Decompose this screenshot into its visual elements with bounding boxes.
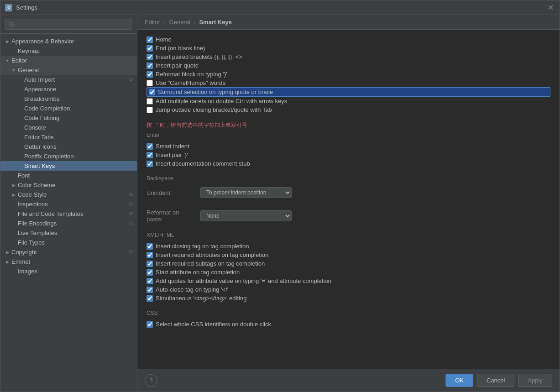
annotation-text: 按 ' " 时，给当前选中的字符加上单双引号 [147, 121, 247, 129]
sidebar-item-code-folding[interactable]: Code Folding [0, 113, 137, 123]
sidebar-item-code-style[interactable]: ▶Code Style⟳ [0, 190, 137, 199]
sidebar-item-code-completion[interactable]: Code Completion [0, 104, 137, 113]
checkbox-label-insert-pair-quote: Insert pair quote [156, 62, 199, 69]
checkbox-use-camelhumps[interactable] [147, 80, 153, 86]
checkbox-row-select-whole-css: Select whole CSS identifiers on double c… [147, 320, 550, 329]
sidebar-item-appearance-behavior[interactable]: ▶Appearance & Behavior [0, 37, 137, 46]
sidebar-item-emmet[interactable]: ▶Emmet [0, 257, 137, 267]
sidebar-label-color-scheme: Color Scheme [18, 182, 133, 188]
checkbox-insert-pair-brace[interactable] [147, 152, 153, 158]
sidebar-item-appearance[interactable]: Appearance [0, 84, 137, 94]
sidebar-item-general[interactable]: ▼General [0, 65, 137, 75]
checkbox-row-simultaneous-tag: Simultaneous '<tag></tag>' editing [147, 294, 550, 303]
checkbox-row-insert-doc-comment: Insert documentation comment stub [147, 159, 550, 168]
sidebar-item-file-encodings[interactable]: File Encodings⟳ [0, 219, 137, 228]
reformat-label: Reformat on paste: [147, 209, 197, 223]
settings-content: HomeEnd (on blank line)Insert paired bra… [137, 30, 560, 369]
css-section: CSS Select whole CSS identifiers on doub… [147, 310, 550, 329]
checkbox-insert-doc-comment[interactable] [147, 161, 153, 167]
sidebar-item-file-code-templates[interactable]: File and Code Templates⟳ [0, 209, 137, 219]
checkbox-insert-closing-tag[interactable] [147, 243, 153, 250]
sidebar-item-copyright[interactable]: ▶Copyright⟳ [0, 247, 137, 257]
apply-button[interactable]: Apply [518, 374, 552, 387]
sidebar-item-editor-tabs[interactable]: Editor Tabs [0, 132, 137, 142]
checkbox-row-start-attribute: Start attribute on tag completion [147, 268, 550, 277]
checkbox-row-insert-paired-brackets: Insert paired brackets (), [], {}, <> [147, 52, 550, 61]
expand-icon-appearance-behavior: ▶ [4, 38, 10, 45]
sidebar-item-color-scheme[interactable]: ▶Color Scheme [0, 180, 137, 190]
breadcrumb-sep1: › [164, 19, 166, 26]
sidebar-item-file-types[interactable]: File Types [0, 238, 137, 247]
checkbox-insert-paired-brackets[interactable] [147, 54, 153, 60]
sidebar-label-appearance: Appearance [24, 86, 133, 93]
checkbox-smart-indent[interactable] [147, 143, 153, 150]
checkbox-add-quotes-attr[interactable] [147, 278, 153, 284]
checkbox-start-attribute[interactable] [147, 269, 153, 276]
search-input[interactable] [5, 19, 132, 30]
checkbox-end-blank[interactable] [147, 45, 153, 52]
sidebar-tree: ▶Appearance & BehaviorKeymap▼Editor▼Gene… [0, 34, 137, 392]
main-content: ▶Appearance & BehaviorKeymap▼Editor▼Gene… [0, 15, 560, 392]
sidebar-item-gutter-icons[interactable]: Gutter Icons [0, 142, 137, 152]
settings-window: ⚙ Settings ✕ ▶Appearance & BehaviorKeyma… [0, 0, 560, 392]
sidebar-label-copyright: Copyright [11, 249, 129, 256]
sidebar-label-general: General [18, 67, 133, 73]
checkbox-label-insert-closing-tag: Insert closing tag on tag completion [156, 243, 249, 250]
checkbox-label-add-quotes-attr: Add quotes for attribute value on typing… [156, 277, 331, 284]
sidebar-label-auto-import: Auto Import [24, 76, 129, 83]
checkbox-label-insert-required-attrs: Insert required attributes on tag comple… [156, 251, 268, 258]
sidebar-label-postfix-completion: Postfix Completion [24, 153, 133, 160]
checkbox-add-multiple-carets[interactable] [147, 98, 153, 105]
checkbox-insert-pair-quote[interactable] [147, 63, 153, 69]
breadcrumb-sep2: › [194, 19, 195, 26]
unindent-row: Unindent: To proper indent positionSimpl… [147, 185, 550, 200]
sidebar-label-appearance-behavior: Appearance & Behavior [11, 38, 133, 45]
checkbox-row-add-multiple-carets: Add multiple carets on double Ctrl with … [147, 97, 550, 105]
annotation-area: 按 ' " 时，给当前选中的字符加上单双引号 [147, 121, 550, 129]
checkbox-reformat-block[interactable] [147, 71, 153, 78]
expand-icon-emmet: ▶ [4, 259, 10, 265]
expand-icon-code-style: ▶ [10, 192, 17, 198]
help-button[interactable]: ? [145, 374, 157, 387]
sidebar-item-postfix-completion[interactable]: Postfix Completion [0, 152, 137, 161]
sidebar-item-auto-import[interactable]: Auto Import⟳ [0, 75, 137, 84]
checkbox-label-use-camelhumps: Use "CamelHumps" words [156, 79, 225, 86]
checkbox-label-select-whole-css: Select whole CSS identifiers on double c… [156, 321, 271, 328]
ok-button[interactable]: OK [445, 374, 473, 387]
sidebar-item-live-templates[interactable]: Live Templates [0, 228, 137, 238]
reformat-select[interactable]: NoneReformat BlockReformat File [200, 210, 292, 221]
checkbox-row-use-camelhumps: Use "CamelHumps" words [147, 78, 550, 87]
sidebar-label-editor-tabs: Editor Tabs [24, 134, 133, 141]
checkbox-row-add-quotes-attr: Add quotes for attribute value on typing… [147, 277, 550, 285]
checkbox-row-jump-outside: Jump outside closing bracket/quote with … [147, 105, 550, 114]
sidebar-item-smart-keys[interactable]: Smart Keys [0, 161, 137, 171]
cancel-button[interactable]: Cancel [477, 374, 514, 387]
close-button[interactable]: ✕ [546, 3, 555, 12]
checkbox-jump-outside[interactable] [147, 107, 153, 113]
checkbox-label-home: Home [156, 36, 172, 43]
checkbox-row-insert-required-subtags: Insert required subtags on tag completio… [147, 259, 550, 268]
expand-icon-color-scheme: ▶ [10, 182, 17, 188]
checkbox-home[interactable] [147, 37, 153, 43]
checkbox-auto-close-tag[interactable] [147, 287, 153, 293]
sidebar-label-font: Font [18, 172, 133, 179]
checkbox-insert-required-attrs[interactable] [147, 252, 153, 258]
sidebar-item-editor[interactable]: ▼Editor [0, 56, 137, 65]
sidebar-label-emmet: Emmet [11, 258, 133, 265]
sidebar-item-images[interactable]: Images [0, 267, 137, 276]
sidebar-item-console[interactable]: Console [0, 123, 137, 132]
checkbox-surround-selection[interactable] [149, 89, 155, 95]
expand-icon-copyright: ▶ [4, 249, 10, 256]
unindent-select[interactable]: To proper indent positionSimple [200, 187, 292, 198]
checkbox-select-whole-css[interactable] [147, 321, 153, 328]
sidebar-item-inspections[interactable]: Inspections⟳ [0, 199, 137, 209]
sidebar-item-keymap[interactable]: Keymap [0, 46, 137, 56]
window-title: Settings [16, 4, 37, 11]
checkbox-simultaneous-tag[interactable] [147, 295, 153, 302]
sidebar: ▶Appearance & BehaviorKeymap▼Editor▼Gene… [0, 15, 137, 392]
sync-icon-inspections: ⟳ [129, 201, 133, 207]
sidebar-label-live-templates: Live Templates [18, 230, 133, 236]
sidebar-item-breadcrumbs[interactable]: Breadcrumbs [0, 94, 137, 104]
checkbox-insert-required-subtags[interactable] [147, 261, 153, 267]
sidebar-item-font[interactable]: Font [0, 171, 137, 180]
